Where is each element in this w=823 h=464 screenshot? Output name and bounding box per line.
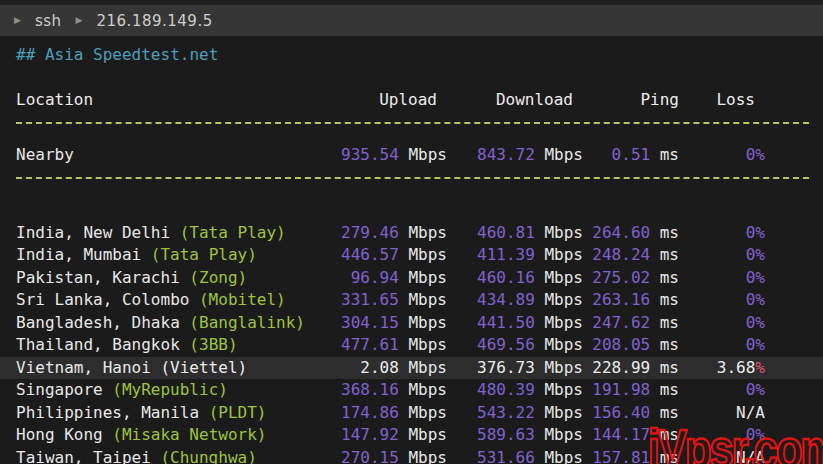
ping-unit: ms <box>650 145 679 164</box>
loss-cell: 0% <box>689 289 765 312</box>
download-cell: 411.39Mbps <box>447 244 583 267</box>
ping-value: 191.98 <box>592 380 650 399</box>
upload-cell: 446.57Mbps <box>319 244 447 267</box>
loss-percent-sign: % <box>755 268 765 287</box>
download-cell: 460.81Mbps <box>447 222 583 245</box>
upload-unit: Mbps <box>399 245 447 264</box>
table-row: Sri Lanka, Colombo(Mobitel) 331.65Mbps 4… <box>0 289 823 312</box>
location-cell: India, Mumbai(Tata Play) <box>16 244 319 267</box>
section-title: ## Asia Speedtest.net <box>0 44 823 67</box>
location-cell: Nearby <box>16 144 319 167</box>
ping-cell: 228.99ms <box>583 357 689 380</box>
loss-cell: 0% <box>689 267 765 290</box>
upload-value: 147.92 <box>341 425 399 444</box>
location-name: Bangladesh, Dhaka <box>16 313 180 332</box>
download-unit: Mbps <box>535 403 583 422</box>
download-unit: Mbps <box>535 145 583 164</box>
table-row: Thailand, Bangkok(3BB) 477.61Mbps 469.56… <box>0 334 823 357</box>
download-value: 376.73 <box>477 358 535 377</box>
header-location: Location <box>16 89 319 112</box>
upload-unit: Mbps <box>399 380 447 399</box>
loss-value: 3.68 <box>717 358 756 377</box>
ping-cell: 264.60ms <box>583 222 689 245</box>
location-isp: (Tata Play) <box>151 245 257 264</box>
location-cell: Sri Lanka, Colombo(Mobitel) <box>16 289 319 312</box>
ping-unit: ms <box>650 245 679 264</box>
terminal-title-bar: ▶ ssh ▶ 216.189.149.5 <box>0 5 823 36</box>
location-cell: India, New Delhi(Tata Play) <box>16 222 319 245</box>
location-isp: (Banglalink) <box>189 313 305 332</box>
ping-cell: 208.05ms <box>583 334 689 357</box>
upload-value: 331.65 <box>341 290 399 309</box>
download-value: 480.39 <box>477 380 535 399</box>
location-cell: Bangladesh, Dhaka(Banglalink) <box>16 312 319 335</box>
table-row: Singapore(MyRepublic) 368.16Mbps 480.39M… <box>0 379 823 402</box>
ping-unit: ms <box>650 290 679 309</box>
location-isp: (MyRepublic) <box>112 380 228 399</box>
loss-value: 0 <box>746 145 756 164</box>
terminal-output-area[interactable]: ## Asia Speedtest.net Location Upload Do… <box>0 36 823 464</box>
loss-cell: 0% <box>689 222 765 245</box>
location-cell: Taiwan, Taipei(Chunghwa) <box>16 447 319 464</box>
location-isp: (3BB) <box>189 335 237 354</box>
ping-cell: 0.51ms <box>583 144 689 167</box>
header-upload: Upload <box>319 89 447 112</box>
blank-line <box>0 199 823 222</box>
download-value: 531.66 <box>477 448 535 464</box>
upload-unit: Mbps <box>399 425 447 444</box>
watermark: iVpsr.com <box>648 437 823 460</box>
location-name: Sri Lanka, Colombo <box>16 290 189 309</box>
download-cell: 460.16Mbps <box>447 267 583 290</box>
loss-percent-sign: % <box>755 223 765 242</box>
dashed-line <box>16 177 809 179</box>
ping-cell: 248.24ms <box>583 244 689 267</box>
upload-value: 446.57 <box>341 245 399 264</box>
loss-cell: 0% <box>689 144 765 167</box>
loss-value: 0 <box>746 335 756 354</box>
location-isp: (Misaka Network) <box>112 425 266 444</box>
download-cell: 531.66Mbps <box>447 447 583 464</box>
location-cell: Pakistan, Karachi(Zong) <box>16 267 319 290</box>
loss-percent-sign: % <box>755 245 765 264</box>
loss-value: 0 <box>746 268 756 287</box>
ping-cell: 247.62ms <box>583 312 689 335</box>
upload-value: 304.15 <box>341 313 399 332</box>
download-unit: Mbps <box>535 313 583 332</box>
table-row: Pakistan, Karachi(Zong) 96.94Mbps 460.16… <box>0 267 823 290</box>
download-unit: Mbps <box>535 245 583 264</box>
download-unit: Mbps <box>535 290 583 309</box>
ping-unit: ms <box>650 268 679 287</box>
upload-cell: 935.54Mbps <box>319 144 447 167</box>
upload-cell: 477.61Mbps <box>319 334 447 357</box>
ping-cell: 263.16ms <box>583 289 689 312</box>
location-isp: (Tata Play) <box>180 223 286 242</box>
download-value: 460.16 <box>477 268 535 287</box>
location-name: Singapore <box>16 380 103 399</box>
ping-unit: ms <box>650 223 679 242</box>
upload-cell: 304.15Mbps <box>319 312 447 335</box>
ping-unit: ms <box>650 380 679 399</box>
upload-cell: 96.94Mbps <box>319 267 447 290</box>
location-cell: Vietnam, Hanoi(Viettel) <box>16 357 319 380</box>
location-cell: Hong Kong(Misaka Network) <box>16 424 319 447</box>
upload-unit: Mbps <box>399 358 447 377</box>
upload-unit: Mbps <box>399 335 447 354</box>
chevron-right-icon: ▶ <box>76 16 83 25</box>
header-download: Download <box>447 89 583 112</box>
loss-percent-sign: % <box>755 313 765 332</box>
breadcrumb-host: 216.189.149.5 <box>96 12 212 30</box>
download-cell: 441.50Mbps <box>447 312 583 335</box>
location-isp: (PLDT) <box>209 403 267 422</box>
loss-percent-sign: % <box>755 358 765 377</box>
location-name: Hong Kong <box>16 425 103 444</box>
download-cell: 480.39Mbps <box>447 379 583 402</box>
upload-value: 279.46 <box>341 223 399 242</box>
header-loss: Loss <box>689 89 765 112</box>
location-name: India, Mumbai <box>16 245 141 264</box>
download-value: 843.72 <box>477 145 535 164</box>
table-header-row: Location Upload Download Ping Loss <box>0 89 823 112</box>
loss-percent-sign: % <box>755 145 765 164</box>
ping-value: 263.16 <box>592 290 650 309</box>
table-row: Bangladesh, Dhaka(Banglalink) 304.15Mbps… <box>0 312 823 335</box>
ping-cell: 275.02ms <box>583 267 689 290</box>
